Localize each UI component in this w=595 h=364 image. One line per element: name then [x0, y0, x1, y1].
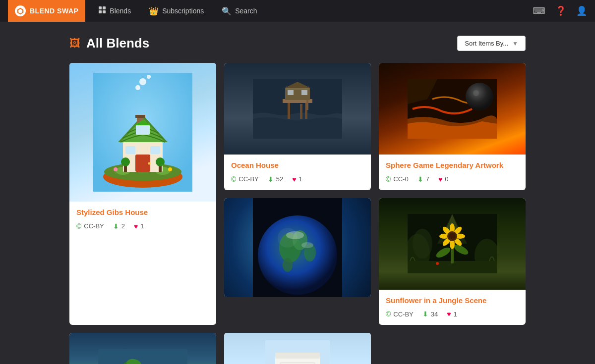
card-title-ocean: Ocean House	[231, 160, 364, 170]
subscriptions-label: Subscriptions	[162, 7, 204, 15]
card-ocean-house[interactable]: Ocean House © CC-BY ⬇ 52 ♥ 1	[224, 63, 371, 190]
card-beach[interactable]: Low Poly Beach Scene © CC-BY ⬇ 8 ♥ 1	[69, 333, 216, 364]
sort-button[interactable]: Sort Items By... ▼	[457, 36, 526, 51]
page-title: All Blends	[86, 36, 149, 51]
svg-rect-3	[103, 6, 106, 9]
card-meta-ocean: © CC-BY ⬇ 52 ♥ 1	[231, 175, 364, 183]
cc-icon: ©	[76, 222, 81, 230]
svg-point-8	[139, 78, 146, 85]
svg-rect-40	[301, 90, 307, 95]
svg-rect-41	[306, 100, 308, 110]
nav-blends[interactable]: Blends	[89, 0, 140, 22]
download-icon-sunflower: ⬇	[422, 310, 428, 318]
svg-rect-22	[135, 115, 145, 118]
card-image-box	[224, 333, 371, 364]
card-title-sunflower: Sunflower in a Jungle Scene	[386, 296, 519, 306]
subscriptions-icon: 👑	[149, 6, 159, 16]
card-image-lava	[379, 63, 526, 155]
blends-icon	[98, 6, 106, 16]
svg-rect-2	[99, 6, 102, 9]
card-image-sunflower	[379, 198, 526, 290]
page-title-icon: 🖼	[69, 37, 80, 50]
card-image-ocean	[224, 63, 371, 155]
card-image-house	[69, 63, 216, 202]
meta-likes-ocean: ♥ 1	[292, 175, 302, 183]
card-image-earth	[224, 198, 371, 297]
card-sphere-game[interactable]: Sphere Game Legendary Artwork © CC-0 ⬇ 7…	[379, 63, 526, 190]
svg-point-9	[147, 75, 151, 79]
house-illustration	[69, 63, 216, 202]
svg-point-55	[278, 228, 298, 248]
card-meta-house: © CC-BY ⬇ 2 ♥ 1	[76, 222, 209, 230]
download-icon: ⬇	[113, 222, 119, 230]
search-icon: 🔍	[222, 6, 232, 16]
svg-point-59	[413, 229, 432, 259]
navbar: BLEND SWAP Blends 👑 Subscriptions 🔍 Sear…	[0, 0, 595, 22]
svg-rect-23	[136, 125, 150, 135]
blends-label: Blends	[110, 7, 131, 15]
card-title-sphere: Sphere Game Legendary Artwork	[386, 160, 519, 170]
meta-license-sphere: © CC-0	[386, 175, 409, 183]
svg-point-29	[114, 167, 118, 171]
card-body-house: Stylized Gibs House © CC-BY ⬇ 2 ♥ 1	[69, 202, 216, 237]
card-body-sphere: Sphere Game Legendary Artwork © CC-0 ⬇ 7…	[379, 155, 526, 190]
meta-likes-sphere: ♥ 0	[438, 175, 449, 183]
nav-subscriptions[interactable]: 👑 Subscriptions	[140, 0, 213, 22]
meta-license-ocean: © CC-BY	[231, 175, 259, 183]
svg-rect-32	[288, 102, 290, 119]
page-title-wrap: 🖼 All Blends	[69, 36, 149, 51]
meta-likes-sunflower: ♥ 1	[447, 310, 457, 318]
keyboard-icon[interactable]: ⌨	[533, 5, 545, 16]
sort-label: Sort Items By...	[465, 40, 508, 47]
download-icon-ocean: ⬇	[268, 175, 274, 183]
help-icon[interactable]: ❓	[555, 5, 566, 16]
svg-rect-4	[99, 10, 102, 13]
heart-icon-sphere: ♥	[438, 175, 442, 183]
svg-point-54	[301, 242, 313, 248]
card-box[interactable]	[224, 333, 371, 364]
card-body-ocean: Ocean House © CC-BY ⬇ 52 ♥ 1	[224, 155, 371, 190]
meta-downloads-sphere: ⬇ 7	[417, 175, 429, 183]
nav-right: ⌨ ❓ 👤	[533, 5, 587, 16]
cards-grid: Stylized Gibs House © CC-BY ⬇ 2 ♥ 1	[69, 63, 526, 364]
svg-point-73	[449, 233, 456, 240]
svg-point-52	[283, 258, 293, 272]
cc-icon-ocean: ©	[231, 175, 236, 183]
logo-icon	[15, 5, 26, 16]
svg-rect-15	[135, 155, 150, 172]
svg-rect-17	[125, 146, 135, 154]
logo[interactable]: BLEND SWAP	[8, 0, 85, 22]
svg-rect-39	[288, 90, 294, 95]
svg-point-74	[436, 262, 439, 265]
svg-point-45	[466, 83, 493, 110]
card-stylized-gibs-house[interactable]: Stylized Gibs House © CC-BY ⬇ 2 ♥ 1	[69, 63, 216, 325]
card-meta-sunflower: © CC-BY ⬇ 34 ♥ 1	[386, 310, 519, 318]
svg-point-30	[168, 167, 172, 171]
page-header: 🖼 All Blends Sort Items By... ▼	[69, 36, 526, 51]
meta-license-sunflower: © CC-BY	[386, 310, 414, 318]
svg-rect-18	[150, 146, 160, 154]
svg-rect-5	[103, 10, 106, 13]
search-label: Search	[235, 7, 257, 15]
card-meta-sphere: © CC-0 ⬇ 7 ♥ 0	[386, 175, 519, 183]
meta-likes-house: ♥ 1	[134, 222, 144, 230]
meta-downloads-sunflower: ⬇ 34	[422, 310, 438, 318]
card-sunflower[interactable]: Sunflower in a Jungle Scene © CC-BY ⬇ 34…	[379, 198, 526, 325]
download-icon-sphere: ⬇	[417, 175, 423, 183]
heart-icon-sunflower: ♥	[447, 310, 451, 318]
cc-icon-sphere: ©	[386, 175, 391, 183]
svg-point-46	[473, 90, 479, 96]
nav-search[interactable]: 🔍 Search	[213, 0, 266, 22]
card-earth[interactable]	[224, 198, 371, 297]
svg-rect-76	[98, 349, 187, 364]
logo-text: BLEND SWAP	[30, 7, 78, 15]
heart-icon: ♥	[134, 222, 138, 230]
svg-rect-94	[275, 353, 320, 359]
main-content: 🖼 All Blends Sort Items By... ▼	[0, 22, 595, 364]
svg-point-26	[121, 157, 130, 166]
svg-rect-33	[300, 104, 302, 119]
cc-icon-sunflower: ©	[386, 310, 391, 318]
svg-point-7	[135, 85, 140, 90]
card-title-house: Stylized Gibs House	[76, 208, 209, 217]
user-icon[interactable]: 👤	[576, 5, 587, 16]
